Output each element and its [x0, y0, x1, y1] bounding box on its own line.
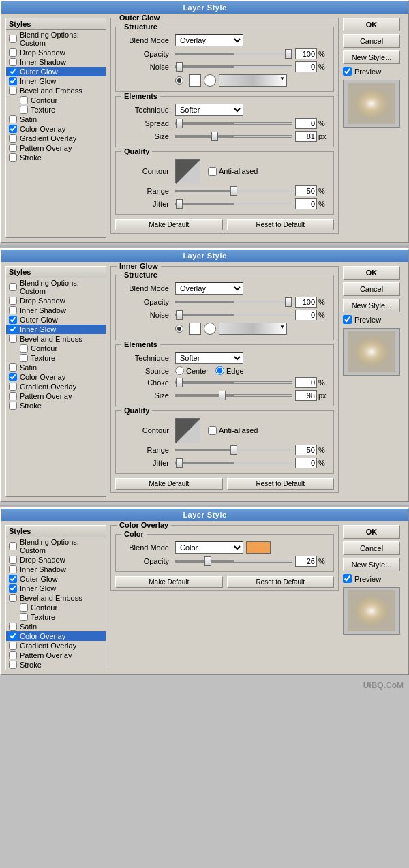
spread-slider-1[interactable]	[175, 122, 292, 125]
contour-preview-2[interactable]	[175, 418, 200, 443]
new-style-btn-1[interactable]: New Style...	[343, 50, 400, 64]
opacity-slider-1[interactable]	[175, 53, 292, 55]
style-stroke-3[interactable]: Stroke	[6, 660, 106, 670]
style-satin[interactable]: Satin	[6, 115, 106, 124]
jitter-value-1[interactable]	[295, 198, 317, 209]
ok-btn-2[interactable]: OK	[343, 266, 400, 280]
style-inner-glow-checkbox[interactable]	[9, 77, 17, 85]
preview-checkbox-3[interactable]	[343, 574, 352, 583]
jitter-slider-1[interactable]	[175, 203, 292, 205]
solid-color-swatch-1[interactable]	[189, 74, 201, 87]
range-value-1[interactable]	[295, 185, 317, 196]
opacity-slider-3[interactable]	[175, 560, 292, 563]
ok-btn-3[interactable]: OK	[343, 525, 400, 539]
style-stroke-checkbox-2[interactable]	[9, 402, 17, 410]
style-color-overlay-checkbox-2[interactable]	[9, 373, 17, 381]
style-inner-shadow-checkbox[interactable]	[9, 58, 17, 66]
range-slider-1[interactable]	[175, 190, 292, 192]
anti-alias-checkbox-1[interactable]	[208, 167, 217, 176]
source-center-label[interactable]: Center	[175, 366, 209, 375]
opacity-slider-2[interactable]	[175, 301, 292, 303]
contour-preview-1[interactable]	[175, 159, 200, 183]
technique-select-2[interactable]: Softer Precise	[175, 352, 243, 364]
opacity-value-2[interactable]	[295, 297, 317, 308]
make-default-btn-3[interactable]: Make Default	[115, 576, 223, 588]
style-satin-checkbox[interactable]	[9, 115, 17, 123]
range-value-2[interactable]	[295, 445, 317, 455]
style-color-overlay-checkbox-3[interactable]	[9, 632, 17, 640]
color-swatch-overlay[interactable]	[246, 541, 271, 554]
style-drop-shadow[interactable]: Drop Shadow	[6, 48, 106, 57]
style-inner-shadow-checkbox-3[interactable]	[9, 565, 17, 573]
style-inner-shadow-2[interactable]: Inner Shadow	[6, 305, 106, 315]
size-value-1[interactable]	[295, 131, 317, 142]
range-slider-2[interactable]	[175, 449, 292, 451]
size-value-2[interactable]	[295, 390, 317, 401]
style-texture-checkbox[interactable]	[20, 106, 28, 114]
transparent-swatch-1[interactable]	[204, 74, 216, 87]
style-stroke-checkbox[interactable]	[9, 153, 17, 162]
style-drop-shadow-3[interactable]: Drop Shadow	[6, 555, 106, 565]
style-satin-3[interactable]: Satin	[6, 622, 106, 631]
preview-checkbox-1[interactable]	[343, 67, 352, 76]
jitter-slider-2[interactable]	[175, 462, 292, 464]
style-texture-3[interactable]: Texture	[6, 612, 106, 622]
gradient-swatch-1[interactable]	[219, 74, 287, 87]
style-contour-checkbox[interactable]	[20, 96, 28, 104]
cancel-btn-3[interactable]: Cancel	[343, 541, 400, 555]
radio-solid-2[interactable]	[175, 325, 183, 333]
style-blending-options[interactable]: Blending Options: Custom	[6, 30, 106, 48]
style-pattern-overlay-3[interactable]: Pattern Overlay	[6, 650, 106, 660]
style-color-overlay-checkbox-1[interactable]	[9, 125, 17, 133]
style-inner-shadow-checkbox-2[interactable]	[9, 306, 17, 314]
style-outer-glow-checkbox[interactable]	[9, 68, 17, 76]
reset-default-btn-1[interactable]: Reset to Default	[227, 219, 335, 230]
style-texture-2[interactable]: Texture	[6, 353, 106, 363]
style-contour-checkbox-2[interactable]	[20, 344, 28, 353]
style-color-overlay-2[interactable]: Color Overlay	[6, 372, 106, 382]
solid-color-swatch-2[interactable]	[189, 323, 201, 335]
style-bevel-emboss[interactable]: Bevel and Emboss	[6, 86, 106, 95]
style-inner-shadow-3[interactable]: Inner Shadow	[6, 565, 106, 574]
style-stroke[interactable]: Stroke	[6, 153, 106, 162]
style-texture[interactable]: Texture	[6, 105, 106, 115]
noise-value-2[interactable]	[295, 310, 317, 320]
reset-default-btn-2[interactable]: Reset to Default	[227, 478, 335, 490]
spread-value-1[interactable]	[295, 118, 317, 129]
cancel-btn-2[interactable]: Cancel	[343, 282, 400, 296]
style-outer-glow-3[interactable]: Outer Glow	[6, 574, 106, 584]
style-bevel-checkbox-2[interactable]	[9, 335, 17, 343]
size-slider-1[interactable]	[175, 135, 292, 138]
choke-slider[interactable]	[175, 381, 292, 384]
new-style-btn-3[interactable]: New Style...	[343, 558, 400, 571]
style-gradient-overlay[interactable]: Gradient Overlay	[6, 134, 106, 143]
noise-slider-1[interactable]	[175, 65, 292, 68]
source-center-radio[interactable]	[175, 366, 184, 375]
blend-mode-select-3[interactable]: Color Normal Overlay	[175, 541, 243, 554]
style-drop-shadow-2[interactable]: Drop Shadow	[6, 296, 106, 305]
choke-value[interactable]	[295, 377, 317, 388]
anti-alias-checkbox-2[interactable]	[208, 426, 217, 435]
style-contour-2[interactable]: Contour	[6, 344, 106, 353]
style-contour[interactable]: Contour	[6, 95, 106, 105]
style-stroke-checkbox-3[interactable]	[9, 661, 17, 669]
style-gradient-overlay-3[interactable]: Gradient Overlay	[6, 641, 106, 650]
style-gradient-overlay-checkbox-2[interactable]	[9, 383, 17, 391]
make-default-btn-1[interactable]: Make Default	[115, 219, 223, 230]
style-outer-glow-checkbox-3[interactable]	[9, 575, 17, 583]
style-gradient-overlay-checkbox-3[interactable]	[9, 642, 17, 650]
anti-alias-label-2[interactable]: Anti-aliased	[208, 426, 258, 435]
style-inner-glow-2[interactable]: Inner Glow	[6, 325, 106, 334]
style-drop-shadow-checkbox[interactable]	[9, 48, 17, 57]
noise-value-1[interactable]	[295, 61, 317, 72]
reset-default-btn-3[interactable]: Reset to Default	[227, 576, 335, 588]
style-color-overlay-1[interactable]: Color Overlay	[6, 124, 106, 134]
style-pattern-overlay-checkbox-3[interactable]	[9, 651, 17, 659]
style-outer-glow-2[interactable]: Outer Glow	[6, 315, 106, 325]
style-contour-3[interactable]: Contour	[6, 603, 106, 612]
blend-mode-select-2[interactable]: Overlay Normal Screen	[175, 282, 243, 295]
blend-mode-select-1[interactable]: Overlay Normal Screen	[175, 34, 243, 46]
source-edge-label[interactable]: Edge	[215, 366, 244, 375]
style-outer-glow[interactable]: Outer Glow	[6, 67, 106, 76]
style-color-overlay-3[interactable]: Color Overlay	[6, 631, 106, 641]
